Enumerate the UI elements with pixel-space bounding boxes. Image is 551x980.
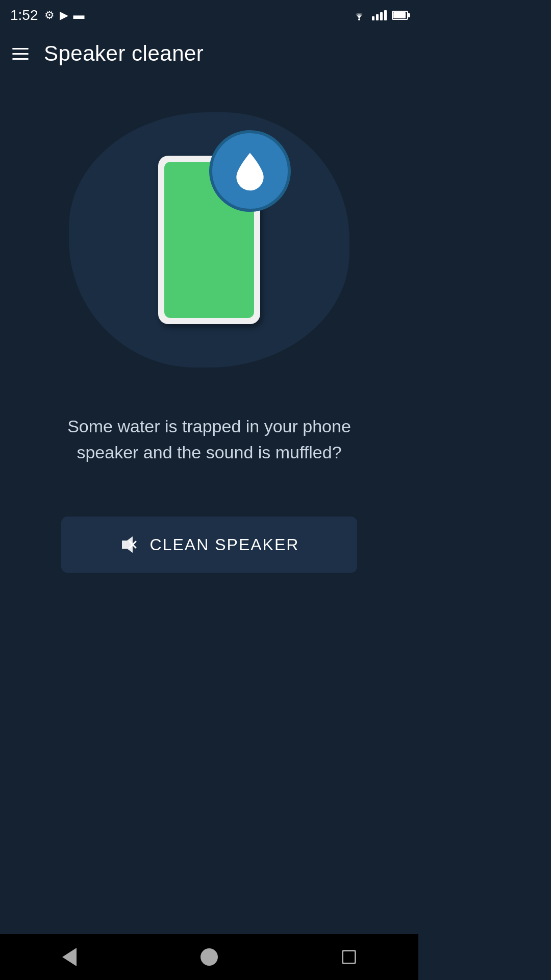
svg-point-0 (358, 18, 360, 20)
status-right (352, 9, 408, 21)
description-text: Some water is trapped in your phone spea… (36, 413, 383, 465)
hamburger-menu-icon[interactable] (12, 48, 29, 60)
battery-icon (392, 11, 408, 20)
app-bar: Speaker cleaner (0, 31, 418, 77)
water-drop-icon (230, 151, 270, 191)
water-drop-circle (209, 130, 291, 212)
sim-icon: ▬ (73, 9, 85, 22)
wifi-icon (352, 9, 367, 21)
illustration-container (56, 97, 362, 383)
no-sound-icon (119, 534, 140, 555)
clean-button-label: CLEAN SPEAKER (150, 535, 299, 554)
app-title: Speaker cleaner (44, 41, 204, 66)
status-icons: ⚙ ▶ ▬ (44, 9, 85, 22)
settings-icon: ⚙ (44, 9, 55, 22)
nav-recents-button[interactable] (342, 950, 356, 964)
clean-speaker-button[interactable]: CLEAN SPEAKER (61, 517, 357, 573)
main-content: Some water is trapped in your phone spea… (0, 77, 418, 593)
signal-bars-icon (372, 10, 387, 20)
status-time: 1:52 (10, 7, 38, 23)
phone-illustration (158, 156, 260, 324)
bottom-nav (0, 934, 418, 980)
status-left: 1:52 ⚙ ▶ ▬ (10, 7, 85, 23)
nav-back-button[interactable] (62, 948, 77, 966)
status-bar: 1:52 ⚙ ▶ ▬ (0, 0, 418, 31)
nav-home-button[interactable] (201, 948, 218, 966)
shield-icon: ▶ (60, 9, 68, 22)
